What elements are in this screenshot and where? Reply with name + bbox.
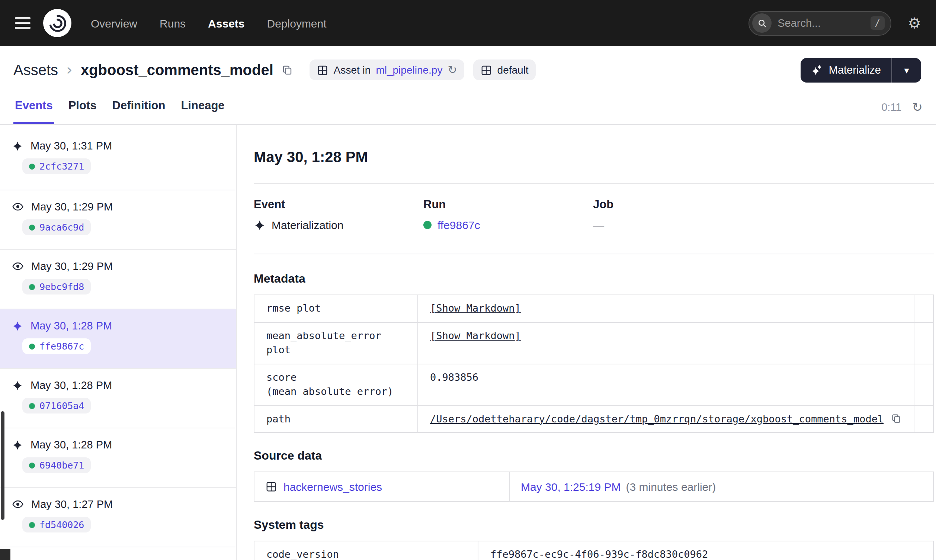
metadata-gutter	[913, 364, 933, 405]
refresh-icon[interactable]: ↻	[912, 99, 923, 114]
asset-in-label: Asset in	[334, 64, 371, 76]
run-id-label: 071605a4	[39, 400, 84, 411]
source-asset-link[interactable]: hackernews_stories	[283, 480, 382, 493]
tab-events[interactable]: Events	[13, 89, 54, 124]
asset-tabs: Events Plots Definition Lineage 0:11 ↻	[0, 89, 936, 125]
page-title: xgboost_comments_model	[81, 62, 273, 78]
tab-lineage[interactable]: Lineage	[179, 89, 226, 124]
system-tag-key: code_version	[254, 542, 479, 560]
event-list-item-selected[interactable]: May 30, 1:28 PM ffe9867c	[0, 309, 236, 369]
breadcrumb-separator: ›	[66, 61, 72, 79]
event-list-item[interactable]: May 30, 1:27 PM fd540026	[0, 488, 236, 547]
divider	[254, 183, 933, 184]
copy-icon[interactable]	[282, 64, 294, 76]
metadata-gutter	[913, 295, 933, 322]
run-id-tag[interactable]: 6940be71	[22, 457, 91, 473]
run-status-dot	[29, 403, 35, 409]
materialize-dropdown-caret[interactable]: ▾	[891, 58, 921, 82]
relative-time-label: (3 minutes earlier)	[626, 480, 716, 493]
run-link[interactable]: ffe9867c	[437, 218, 480, 231]
run-status-dot	[29, 522, 35, 528]
run-status-dot	[29, 284, 35, 290]
show-markdown-link[interactable]: [Show Markdown]	[430, 328, 521, 343]
run-status-dot	[29, 343, 35, 349]
job-icon	[317, 64, 328, 75]
run-label: Run	[423, 198, 593, 211]
path-link[interactable]: /Users/odetteharary/code/dagster/tmp_0mz…	[430, 412, 884, 426]
event-list-item-partial[interactable]	[0, 547, 236, 560]
event-list-item[interactable]: May 30, 1:28 PM 071605a4	[0, 369, 236, 428]
metadata-key: path	[254, 406, 418, 432]
event-list-item[interactable]: May 30, 1:28 PM 6940be71	[0, 428, 236, 488]
event-detail-pane: May 30, 1:28 PM Event Materialization Ru…	[237, 125, 936, 560]
event-list-item[interactable]: May 30, 1:29 PM 9aca6c9d	[0, 191, 236, 250]
tab-definition[interactable]: Definition	[111, 89, 167, 124]
system-tags-heading: System tags	[254, 518, 933, 532]
search-icon	[752, 13, 771, 33]
metadata-heading: Metadata	[254, 272, 933, 286]
nav-link-assets[interactable]: Assets	[208, 17, 245, 29]
event-time-label: May 30, 1:31 PM	[31, 140, 112, 152]
metadata-key: rmse plot	[254, 295, 418, 322]
pipeline-file-link[interactable]: ml_pipeline.py	[376, 64, 442, 76]
materialization-icon	[12, 320, 23, 331]
asset-header: Assets › xgboost_comments_model Asset in…	[0, 46, 936, 89]
metadata-row: path /Users/odetteharary/code/dagster/tm…	[254, 405, 933, 432]
event-time-label: May 30, 1:27 PM	[31, 498, 113, 510]
run-id-tag[interactable]: 071605a4	[22, 398, 91, 414]
show-markdown-link[interactable]: [Show Markdown]	[430, 301, 521, 316]
system-tag-value: ffe9867c-ec9c-4f06-939c-f8dc830c0962	[479, 542, 933, 560]
nav-link-runs[interactable]: Runs	[160, 17, 186, 29]
run-id-tag[interactable]: 9ebc9fd8	[22, 279, 91, 294]
event-list-sidebar: May 30, 1:31 PM 2cfc3271 May 30, 1:29 PM…	[0, 125, 237, 560]
event-time-label: May 30, 1:29 PM	[31, 201, 113, 213]
breadcrumb-assets-link[interactable]: Assets	[13, 62, 58, 78]
system-tag-row: code_version ffe9867c-ec9c-4f06-939c-f8d…	[254, 542, 933, 560]
run-id-tag[interactable]: 2cfc3271	[22, 158, 91, 174]
run-id-label: 9ebc9fd8	[39, 281, 84, 292]
event-label: Event	[254, 198, 423, 211]
global-search[interactable]: /	[748, 11, 891, 35]
run-id-label: fd540026	[39, 519, 84, 530]
run-id-label: 2cfc3271	[39, 161, 84, 172]
run-id-label: ffe9867c	[39, 341, 84, 352]
materialization-icon	[12, 439, 23, 450]
metadata-gutter	[913, 406, 933, 432]
source-timestamp-link[interactable]: May 30, 1:25:19 PM	[521, 480, 621, 493]
asset-in-job-badge[interactable]: Asset in ml_pipeline.py ↻	[310, 60, 465, 80]
nav-link-deployment[interactable]: Deployment	[267, 17, 326, 29]
group-label: default	[497, 64, 529, 76]
hamburger-icon[interactable]	[15, 17, 31, 29]
dagster-logo[interactable]	[43, 9, 71, 37]
observation-icon	[12, 260, 24, 272]
metadata-gutter	[913, 322, 933, 363]
asset-group-icon	[481, 64, 492, 75]
asset-group-badge[interactable]: default	[474, 60, 536, 80]
search-input[interactable]	[777, 17, 864, 29]
source-data-table: hackernews_stories May 30, 1:25:19 PM (3…	[254, 471, 933, 502]
event-list-item[interactable]: May 30, 1:29 PM 9ebc9fd8	[0, 250, 236, 309]
asset-icon	[266, 481, 277, 492]
job-label: Job	[593, 198, 933, 211]
run-id-tag[interactable]: ffe9867c	[22, 338, 91, 354]
run-id-tag[interactable]: fd540026	[22, 517, 91, 532]
refresh-countdown: 0:11	[881, 101, 901, 113]
event-list-item[interactable]: May 30, 1:31 PM 2cfc3271	[0, 125, 236, 191]
copy-icon[interactable]	[890, 412, 901, 423]
sparkle-icon	[811, 64, 823, 76]
refresh-icon[interactable]: ↻	[448, 63, 457, 77]
sidebar-scrollbar-thumb[interactable]	[1, 411, 5, 520]
tab-plots[interactable]: Plots	[67, 89, 98, 124]
nav-link-overview[interactable]: Overview	[91, 17, 137, 29]
gear-icon[interactable]: ⚙	[908, 15, 921, 31]
metadata-row: score (mean_absolute_error) 0.983856	[254, 363, 933, 405]
run-id-label: 9aca6c9d	[39, 222, 84, 233]
event-time-label: May 30, 1:28 PM	[31, 320, 112, 332]
run-id-tag[interactable]: 9aca6c9d	[22, 219, 91, 235]
primary-nav: Overview Runs Assets Deployment	[91, 17, 326, 29]
run-status-dot	[29, 462, 35, 468]
materialize-button[interactable]: Materialize	[801, 58, 891, 82]
materialize-button-group: Materialize ▾	[801, 58, 921, 82]
metadata-value: 0.983856	[430, 370, 479, 385]
system-tags-table: code_version ffe9867c-ec9c-4f06-939c-f8d…	[254, 541, 933, 560]
